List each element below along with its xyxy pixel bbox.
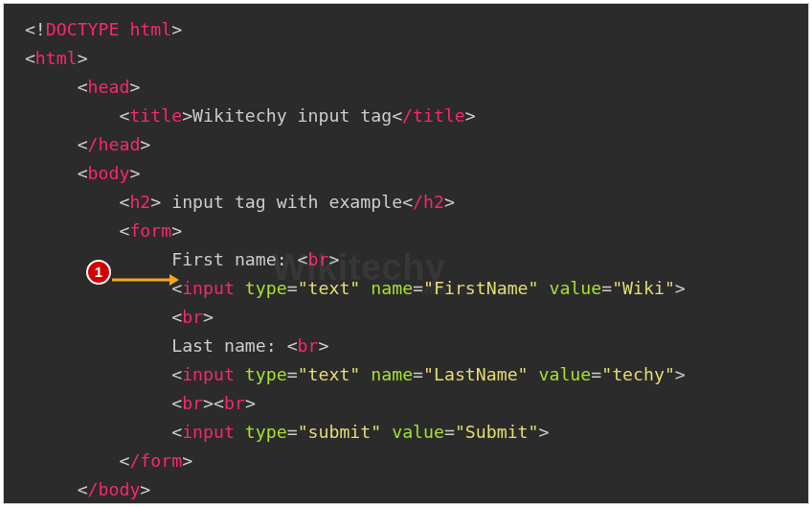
code-line: <!DOCTYPE html> <box>4 15 808 44</box>
code-line: </form> <box>4 447 808 475</box>
code-line: <title>Wikitechy input tag</title> <box>4 102 808 130</box>
callout-badge-1: 1 <box>86 260 111 285</box>
code-line: <html> <box>4 44 808 73</box>
code-line: <h2> input tag with example</h2> <box>4 188 808 217</box>
code-line: <form> <box>4 217 808 245</box>
code-line: </head> <box>4 130 808 159</box>
code-line: <input type="submit" value="Submit"> <box>4 418 808 447</box>
code-line: </body> <box>4 475 808 504</box>
code-editor: Wikitechy .com 1 <!DOCTYPE html> <html> … <box>3 3 809 504</box>
code-line: <body> <box>4 159 808 188</box>
code-line: <br><br> <box>4 389 808 418</box>
badge-number: 1 <box>95 258 102 287</box>
callout-arrow <box>112 266 179 280</box>
code-line: <br> <box>4 303 808 332</box>
code-line: <head> <box>4 73 808 102</box>
code-line: Last name: <br> <box>4 332 808 360</box>
code-line: <input type="text" name="LastName" value… <box>4 360 808 389</box>
svg-marker-1 <box>169 274 179 286</box>
